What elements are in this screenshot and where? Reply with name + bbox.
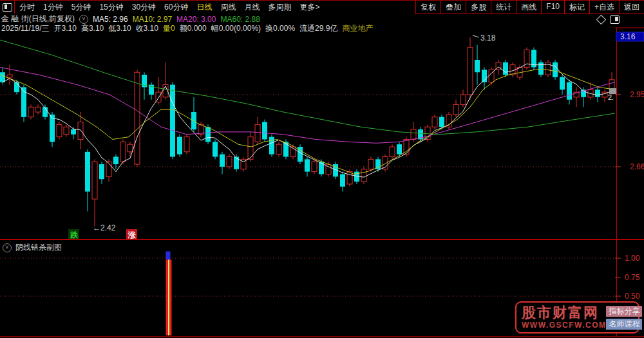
watermark: 股市财富网 WWW.GSCFW.COM 指标分享 名师课程 bbox=[515, 301, 639, 333]
price-label: 2.66 bbox=[630, 162, 644, 171]
low-annotation: ←2.42 bbox=[93, 223, 116, 232]
watermark-tags: 指标分享 名师课程 bbox=[606, 306, 642, 330]
price-label: 2.95 bbox=[630, 90, 644, 99]
ma-line-ma20 bbox=[0, 68, 615, 144]
main-chart-canvas[interactable]: 2.952.663.161.000.750.503.18←2.42跌涨2. bbox=[0, 0, 644, 338]
watermark-tag-1: 指标分享 bbox=[606, 306, 642, 317]
app-window: 分时1分钟5分钟15分钟30分钟60分钟日线周线月线多周期更多> 复权叠加多股统… bbox=[0, 0, 644, 338]
watermark-tag-2: 名师课程 bbox=[606, 319, 642, 330]
watermark-title: 股市财富网 bbox=[522, 306, 606, 320]
subchart-title: 阴线错杀副图 bbox=[15, 242, 62, 253]
subchart-header: ˅ 阴线错杀副图 bbox=[3, 242, 62, 253]
svg-text:涨: 涨 bbox=[128, 230, 137, 239]
price-axis: 2.952.663.161.000.750.50 bbox=[615, 28, 644, 337]
last-price-fragment: 2. bbox=[608, 93, 614, 101]
watermark-text: 股市财富网 WWW.GSCFW.COM bbox=[522, 306, 606, 329]
panel-separator bbox=[0, 239, 644, 240]
sub-axis-label: 1.00 bbox=[625, 254, 640, 263]
signal-bar bbox=[166, 251, 172, 335]
current-price-label: 3.16 bbox=[620, 32, 636, 41]
high-annotation: 3.18 bbox=[480, 33, 496, 42]
sub-axis-label: 0.50 bbox=[625, 292, 640, 301]
bottom-border bbox=[0, 336, 644, 337]
ma-line-ma60 bbox=[0, 40, 615, 135]
sub-axis-label: 0.75 bbox=[625, 273, 640, 282]
collapse-icon[interactable]: ˅ bbox=[3, 243, 12, 252]
svg-text:跌: 跌 bbox=[70, 230, 79, 239]
watermark-url: WWW.GSCFW.COM bbox=[522, 321, 606, 329]
candlestick-series bbox=[0, 37, 614, 226]
